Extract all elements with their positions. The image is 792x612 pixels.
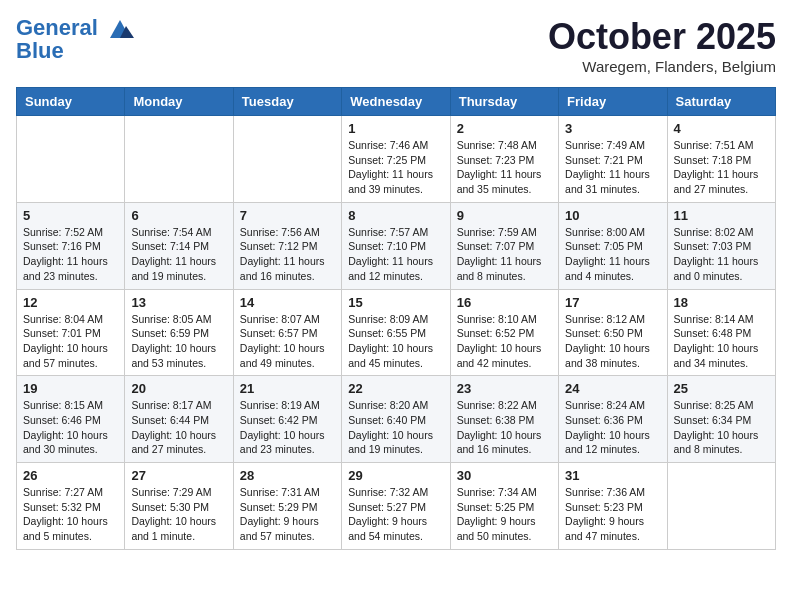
calendar-cell: 30Sunrise: 7:34 AM Sunset: 5:25 PM Dayli… [450, 463, 558, 550]
calendar-table: SundayMondayTuesdayWednesdayThursdayFrid… [16, 87, 776, 550]
logo: General Blue [16, 16, 134, 62]
day-number: 3 [565, 121, 660, 136]
day-number: 19 [23, 381, 118, 396]
day-info: Sunrise: 8:24 AM Sunset: 6:36 PM Dayligh… [565, 398, 660, 457]
calendar-cell [17, 116, 125, 203]
day-number: 26 [23, 468, 118, 483]
day-number: 2 [457, 121, 552, 136]
day-number: 21 [240, 381, 335, 396]
calendar-cell [125, 116, 233, 203]
day-number: 27 [131, 468, 226, 483]
calendar-cell: 20Sunrise: 8:17 AM Sunset: 6:44 PM Dayli… [125, 376, 233, 463]
calendar-cell: 8Sunrise: 7:57 AM Sunset: 7:10 PM Daylig… [342, 202, 450, 289]
day-info: Sunrise: 7:29 AM Sunset: 5:30 PM Dayligh… [131, 485, 226, 544]
day-number: 6 [131, 208, 226, 223]
calendar-cell: 5Sunrise: 7:52 AM Sunset: 7:16 PM Daylig… [17, 202, 125, 289]
weekday-header-thursday: Thursday [450, 88, 558, 116]
calendar-cell: 29Sunrise: 7:32 AM Sunset: 5:27 PM Dayli… [342, 463, 450, 550]
day-number: 28 [240, 468, 335, 483]
weekday-header-monday: Monday [125, 88, 233, 116]
day-info: Sunrise: 7:27 AM Sunset: 5:32 PM Dayligh… [23, 485, 118, 544]
day-info: Sunrise: 8:04 AM Sunset: 7:01 PM Dayligh… [23, 312, 118, 371]
logo-text: General [16, 16, 134, 40]
day-info: Sunrise: 7:34 AM Sunset: 5:25 PM Dayligh… [457, 485, 552, 544]
day-info: Sunrise: 7:54 AM Sunset: 7:14 PM Dayligh… [131, 225, 226, 284]
day-number: 5 [23, 208, 118, 223]
day-info: Sunrise: 8:05 AM Sunset: 6:59 PM Dayligh… [131, 312, 226, 371]
day-number: 13 [131, 295, 226, 310]
day-number: 18 [674, 295, 769, 310]
day-info: Sunrise: 8:07 AM Sunset: 6:57 PM Dayligh… [240, 312, 335, 371]
day-number: 22 [348, 381, 443, 396]
calendar-cell: 3Sunrise: 7:49 AM Sunset: 7:21 PM Daylig… [559, 116, 667, 203]
calendar-cell: 24Sunrise: 8:24 AM Sunset: 6:36 PM Dayli… [559, 376, 667, 463]
weekday-header-tuesday: Tuesday [233, 88, 341, 116]
day-number: 15 [348, 295, 443, 310]
calendar-cell: 13Sunrise: 8:05 AM Sunset: 6:59 PM Dayli… [125, 289, 233, 376]
day-number: 16 [457, 295, 552, 310]
calendar-cell: 11Sunrise: 8:02 AM Sunset: 7:03 PM Dayli… [667, 202, 775, 289]
calendar-cell: 28Sunrise: 7:31 AM Sunset: 5:29 PM Dayli… [233, 463, 341, 550]
day-info: Sunrise: 8:12 AM Sunset: 6:50 PM Dayligh… [565, 312, 660, 371]
day-info: Sunrise: 7:31 AM Sunset: 5:29 PM Dayligh… [240, 485, 335, 544]
day-info: Sunrise: 8:22 AM Sunset: 6:38 PM Dayligh… [457, 398, 552, 457]
day-number: 23 [457, 381, 552, 396]
day-number: 7 [240, 208, 335, 223]
day-info: Sunrise: 7:51 AM Sunset: 7:18 PM Dayligh… [674, 138, 769, 197]
day-info: Sunrise: 7:56 AM Sunset: 7:12 PM Dayligh… [240, 225, 335, 284]
day-info: Sunrise: 7:36 AM Sunset: 5:23 PM Dayligh… [565, 485, 660, 544]
calendar-cell: 15Sunrise: 8:09 AM Sunset: 6:55 PM Dayli… [342, 289, 450, 376]
calendar-week-2: 5Sunrise: 7:52 AM Sunset: 7:16 PM Daylig… [17, 202, 776, 289]
day-number: 12 [23, 295, 118, 310]
day-info: Sunrise: 7:49 AM Sunset: 7:21 PM Dayligh… [565, 138, 660, 197]
calendar-week-4: 19Sunrise: 8:15 AM Sunset: 6:46 PM Dayli… [17, 376, 776, 463]
calendar-cell: 9Sunrise: 7:59 AM Sunset: 7:07 PM Daylig… [450, 202, 558, 289]
day-info: Sunrise: 8:00 AM Sunset: 7:05 PM Dayligh… [565, 225, 660, 284]
day-info: Sunrise: 8:02 AM Sunset: 7:03 PM Dayligh… [674, 225, 769, 284]
weekday-header-friday: Friday [559, 88, 667, 116]
day-number: 1 [348, 121, 443, 136]
day-info: Sunrise: 8:20 AM Sunset: 6:40 PM Dayligh… [348, 398, 443, 457]
page-header: General Blue October 2025 Waregem, Fland… [16, 16, 776, 75]
day-info: Sunrise: 7:48 AM Sunset: 7:23 PM Dayligh… [457, 138, 552, 197]
calendar-cell: 19Sunrise: 8:15 AM Sunset: 6:46 PM Dayli… [17, 376, 125, 463]
weekday-header-row: SundayMondayTuesdayWednesdayThursdayFrid… [17, 88, 776, 116]
day-info: Sunrise: 7:57 AM Sunset: 7:10 PM Dayligh… [348, 225, 443, 284]
day-info: Sunrise: 8:09 AM Sunset: 6:55 PM Dayligh… [348, 312, 443, 371]
day-info: Sunrise: 8:10 AM Sunset: 6:52 PM Dayligh… [457, 312, 552, 371]
calendar-cell: 26Sunrise: 7:27 AM Sunset: 5:32 PM Dayli… [17, 463, 125, 550]
calendar-cell: 4Sunrise: 7:51 AM Sunset: 7:18 PM Daylig… [667, 116, 775, 203]
calendar-cell: 31Sunrise: 7:36 AM Sunset: 5:23 PM Dayli… [559, 463, 667, 550]
day-info: Sunrise: 8:17 AM Sunset: 6:44 PM Dayligh… [131, 398, 226, 457]
day-number: 11 [674, 208, 769, 223]
calendar-cell: 10Sunrise: 8:00 AM Sunset: 7:05 PM Dayli… [559, 202, 667, 289]
calendar-cell: 22Sunrise: 8:20 AM Sunset: 6:40 PM Dayli… [342, 376, 450, 463]
day-info: Sunrise: 8:14 AM Sunset: 6:48 PM Dayligh… [674, 312, 769, 371]
day-number: 4 [674, 121, 769, 136]
day-number: 9 [457, 208, 552, 223]
location: Waregem, Flanders, Belgium [548, 58, 776, 75]
day-number: 10 [565, 208, 660, 223]
day-info: Sunrise: 8:15 AM Sunset: 6:46 PM Dayligh… [23, 398, 118, 457]
day-number: 30 [457, 468, 552, 483]
weekday-header-sunday: Sunday [17, 88, 125, 116]
month-title: October 2025 [548, 16, 776, 58]
calendar-cell [233, 116, 341, 203]
calendar-cell: 23Sunrise: 8:22 AM Sunset: 6:38 PM Dayli… [450, 376, 558, 463]
day-number: 14 [240, 295, 335, 310]
calendar-cell: 27Sunrise: 7:29 AM Sunset: 5:30 PM Dayli… [125, 463, 233, 550]
day-info: Sunrise: 7:52 AM Sunset: 7:16 PM Dayligh… [23, 225, 118, 284]
calendar-week-3: 12Sunrise: 8:04 AM Sunset: 7:01 PM Dayli… [17, 289, 776, 376]
calendar-cell: 16Sunrise: 8:10 AM Sunset: 6:52 PM Dayli… [450, 289, 558, 376]
day-number: 20 [131, 381, 226, 396]
calendar-cell: 18Sunrise: 8:14 AM Sunset: 6:48 PM Dayli… [667, 289, 775, 376]
calendar-cell [667, 463, 775, 550]
calendar-cell: 2Sunrise: 7:48 AM Sunset: 7:23 PM Daylig… [450, 116, 558, 203]
day-info: Sunrise: 7:46 AM Sunset: 7:25 PM Dayligh… [348, 138, 443, 197]
day-number: 24 [565, 381, 660, 396]
weekday-header-saturday: Saturday [667, 88, 775, 116]
title-block: October 2025 Waregem, Flanders, Belgium [548, 16, 776, 75]
calendar-cell: 17Sunrise: 8:12 AM Sunset: 6:50 PM Dayli… [559, 289, 667, 376]
day-number: 29 [348, 468, 443, 483]
calendar-cell: 1Sunrise: 7:46 AM Sunset: 7:25 PM Daylig… [342, 116, 450, 203]
